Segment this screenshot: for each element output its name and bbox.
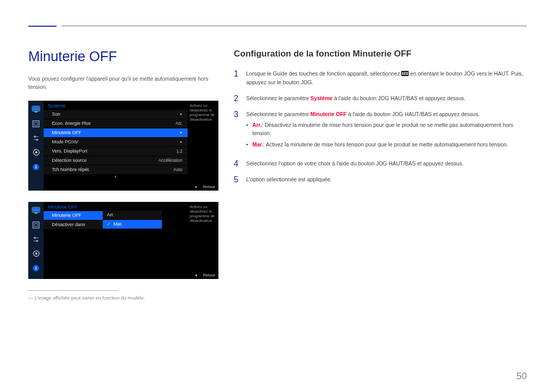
osd-description: Activez ou désactivez le programme de dé… (188, 101, 218, 183)
osd-option-row[interactable]: ✓Mar. (103, 220, 162, 229)
svg-rect-28 (404, 72, 405, 75)
svg-text:i: i (35, 266, 37, 271)
monitor-icon[interactable] (30, 104, 42, 115)
step-3-text-b: à l'aide du bouton JOG HAUT/BAS et appuy… (347, 111, 480, 117)
square-icon[interactable] (30, 118, 42, 129)
osd-row-label: Tch Nombre répét. (52, 167, 90, 172)
osd-menu-column: Système Son▸Econ. énergie PlusArr.Minute… (44, 101, 188, 183)
svg-rect-3 (33, 121, 39, 127)
slider-icon[interactable] (30, 133, 42, 144)
osd-menu-row[interactable]: Tch Nombre répét.Auto (44, 165, 188, 175)
footnote: L'image affichée peut varier en fonction… (28, 295, 218, 301)
osd-row-area: Minuterie OFF Minuterie OFFDésactiver da… (44, 202, 218, 271)
osd-header: Minuterie OFF (44, 202, 103, 211)
osd-row-label: Désactiver dans (52, 222, 85, 227)
bullet-arr-text: : Désactivez la minuterie de mise hors t… (252, 122, 513, 136)
menu-grid-icon (401, 70, 409, 78)
osd-menu-row[interactable]: Econ. énergie PlusArr. (44, 119, 188, 128)
svg-rect-4 (34, 122, 38, 125)
osd-menu-minuterie: i Minuterie OFF Minuterie OFFDésactiver … (28, 202, 218, 279)
osd-spacer (162, 202, 188, 271)
slider-icon[interactable] (30, 234, 42, 245)
osd-row-value: Arr. (176, 121, 182, 126)
info-icon[interactable]: i (30, 161, 42, 173)
info-icon[interactable]: i (30, 263, 42, 274)
content-columns: Minuterie OFF Vous pouvez configurer l'a… (28, 49, 527, 301)
step-2-text-b: à l'aide du bouton JOG HAUT/BAS et appuy… (332, 95, 466, 101)
osd-option-label: Arr. (107, 212, 114, 217)
step-2-highlight: Système (310, 95, 332, 101)
svg-rect-29 (406, 72, 408, 75)
osd-footer-label[interactable]: Retour (203, 184, 215, 189)
step-number: 2 (234, 94, 240, 103)
step-number: 1 (234, 69, 240, 79)
osd-menu-systeme: i Système Son▸Econ. énergie PlusArr.Minu… (28, 101, 218, 191)
gear-icon[interactable] (30, 147, 42, 158)
svg-point-8 (36, 139, 38, 141)
osd-row-value: Accélération (158, 158, 182, 163)
osd-row-label: Econ. énergie Plus (52, 121, 91, 126)
osd-icon-strip: i (28, 202, 44, 279)
step-3-text-a: Sélectionnez le paramètre (246, 111, 310, 117)
svg-rect-2 (34, 111, 38, 113)
page-number: 50 (516, 371, 527, 382)
step-number: 5 (234, 175, 240, 184)
osd-menu-row[interactable]: Minuterie OFF▸ (44, 128, 188, 138)
step-number: 3 (234, 110, 240, 119)
svg-point-23 (35, 253, 37, 255)
step-body: Sélectionnez le paramètre Minuterie OFF … (246, 110, 527, 152)
gear-icon[interactable] (30, 248, 42, 259)
step-1: 1 Lorsque le Guide des touches de foncti… (234, 69, 527, 87)
osd-menu-row[interactable]: Mode PC/AV▸ (44, 138, 188, 147)
osd-header: Système (44, 101, 188, 110)
svg-rect-27 (402, 72, 403, 75)
back-arrow-icon[interactable]: ◂ (195, 184, 197, 189)
osd-body: Minuterie OFF Minuterie OFFDésactiver da… (44, 202, 218, 279)
monitor-icon[interactable] (30, 205, 42, 216)
osd-row-label: Vers. DisplayPort (52, 148, 87, 154)
svg-point-19 (34, 237, 36, 239)
osd-footer: ◂ Retour (44, 271, 218, 279)
bullet-dot: • (246, 121, 248, 138)
accent-bar (28, 26, 57, 27)
osd-menu-row[interactable]: Vers. DisplayPort1.2 (44, 147, 188, 156)
svg-text:i: i (35, 164, 37, 170)
osd-row-label: Son (52, 111, 60, 117)
osd-row-label: Mode PC/AV (52, 139, 78, 144)
back-arrow-icon[interactable]: ◂ (195, 273, 197, 277)
scroll-down-caret[interactable]: ▾ (44, 175, 188, 179)
osd-submenu-row[interactable]: Désactiver dans (44, 220, 103, 230)
step-5: 5 L'option sélectionnée est appliquée. (234, 175, 527, 184)
svg-rect-17 (34, 223, 38, 227)
section-subtitle: Configuration de la fonction Minuterie O… (234, 49, 527, 59)
svg-point-10 (35, 152, 37, 154)
osd-option-row[interactable]: Arr. (103, 211, 162, 220)
footnote-rule (28, 290, 118, 291)
osd-menu-row[interactable]: Détection sourceAccélération (44, 156, 188, 165)
step-number: 4 (234, 159, 240, 169)
bullet-mar-label: Mar. (252, 141, 263, 147)
step-2: 2 Sélectionnez le paramètre Système à l'… (234, 94, 527, 103)
bullet-dot: • (246, 141, 248, 149)
osd-row-area: Système Son▸Econ. énergie PlusArr.Minute… (44, 101, 218, 183)
svg-point-6 (34, 136, 36, 138)
osd-submenu-column: Minuterie OFF Minuterie OFFDésactiver da… (44, 202, 103, 271)
osd-footer-label[interactable]: Retour (203, 273, 215, 277)
step-body: Sélectionnez l'option de votre choix à l… (246, 159, 527, 167)
page: Minuterie OFF Vous pouvez configurer l'a… (0, 0, 555, 301)
left-column: Minuterie OFF Vous pouvez configurer l'a… (28, 49, 218, 301)
step-body: L'option sélectionnée est appliquée. (246, 175, 527, 183)
svg-rect-1 (33, 107, 40, 111)
osd-row-value: 1.2 (176, 148, 182, 154)
check-icon: ✓ (107, 221, 111, 227)
page-title: Minuterie OFF (28, 49, 218, 65)
square-icon[interactable] (30, 219, 42, 231)
step-body: Lorsque le Guide des touches de fonction… (246, 69, 527, 87)
bullet-mar-text: : Activez la minuterie de mise hors tens… (263, 141, 508, 147)
step-3-bullets: • Arr.: Désactivez la minuterie de mise … (246, 121, 527, 148)
osd-menu-row[interactable]: Son▸ (44, 110, 188, 119)
svg-rect-15 (34, 213, 38, 214)
bullet-mar: • Mar.: Activez la minuterie de mise hor… (246, 141, 527, 149)
osd-submenu-row[interactable]: Minuterie OFF (44, 211, 103, 220)
step-4: 4 Sélectionnez l'option de votre choix à… (234, 159, 527, 169)
